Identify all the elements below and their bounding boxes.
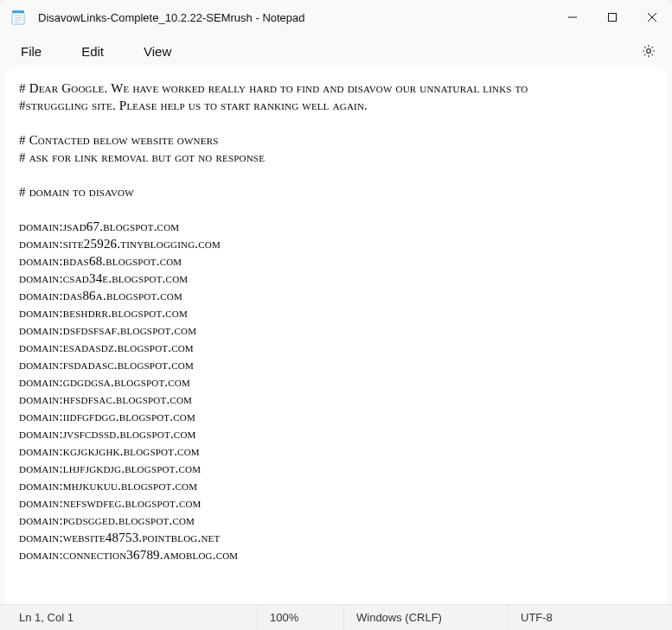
titlebar[interactable]: DisavowLinks-Complete_10.2.22-SEMrush - …	[0, 0, 672, 35]
status-lineending[interactable]: Windows (CRLF)	[344, 605, 509, 630]
menu-edit[interactable]: Edit	[69, 39, 116, 64]
status-zoom[interactable]: 100%	[258, 605, 344, 630]
text-line: domain:connection36789.amoblog.com	[19, 546, 653, 563]
window-controls	[553, 0, 672, 35]
text-line: domain:beshdrr.blogspot.com	[19, 304, 653, 321]
text-line: # ask for link removal but got no respon…	[19, 149, 653, 166]
text-line	[19, 166, 653, 183]
settings-button[interactable]	[634, 38, 663, 64]
statusbar: Ln 1, Col 1 100% Windows (CRLF) UTF-8	[0, 604, 672, 630]
text-line: domain:mhjkukuu.blogspot.com	[19, 477, 653, 494]
menubar: File Edit View	[0, 35, 672, 67]
text-line	[19, 114, 653, 131]
status-encoding[interactable]: UTF-8	[509, 605, 665, 630]
text-line: domain:dsfdsfsaf.blogspot.com	[19, 321, 653, 339]
editor-wrap: # Dear Google. We have worked really har…	[5, 67, 667, 604]
window-title: DisavowLinks-Complete_10.2.22-SEMrush - …	[38, 11, 553, 24]
menu-view[interactable]: View	[131, 39, 183, 64]
text-line: domain:pgdsgged.blogspot.com	[19, 512, 653, 529]
gear-icon	[641, 43, 656, 59]
text-line: domain:lhjfjgkdjg.blogspot.com	[19, 460, 653, 477]
text-line: # Contacted below website owners	[19, 131, 653, 149]
close-button[interactable]	[632, 0, 672, 35]
text-line: domain:esadasdz.blogspot.com	[19, 339, 653, 356]
maximize-button[interactable]	[592, 0, 632, 35]
text-line: domain:kgjgkjghk.blogspot.com	[19, 442, 653, 460]
svg-rect-1	[12, 13, 24, 24]
text-editor[interactable]: # Dear Google. We have worked really har…	[5, 67, 667, 604]
text-line: #struggling site. Please help us to star…	[19, 97, 653, 114]
menu-file[interactable]: File	[9, 39, 54, 64]
text-line: # domain to disavow	[19, 183, 653, 200]
text-line: domain:fsdadasc.blogspot.com	[19, 356, 653, 373]
text-line: domain:website48753.pointblog.net	[19, 529, 653, 546]
text-line: domain:csad34e.blogspot.com	[19, 270, 653, 287]
text-line: domain:iidfgfdgg.blogspot.com	[19, 408, 653, 425]
text-line: # Dear Google. We have worked really har…	[19, 80, 653, 97]
svg-point-10	[647, 49, 651, 54]
minimize-icon	[568, 13, 577, 22]
text-line: domain:gdgdgsa.blogspot.com	[19, 373, 653, 391]
text-line: domain:nefswdfeg.blogspot.com	[19, 494, 653, 512]
text-line: domain:site25926.tinyblogging.com	[19, 235, 653, 252]
text-line: domain:jvsfcdssd.blogspot.com	[19, 425, 653, 442]
notepad-window: DisavowLinks-Complete_10.2.22-SEMrush - …	[0, 0, 672, 630]
status-position[interactable]: Ln 1, Col 1	[7, 605, 258, 630]
text-line: domain:jsad67.blogspot.com	[19, 218, 653, 235]
text-line: domain:bdas68.blogspot.com	[19, 252, 653, 270]
close-icon	[648, 13, 656, 22]
text-line	[19, 200, 653, 218]
minimize-button[interactable]	[553, 0, 592, 35]
notepad-app-icon	[10, 10, 26, 25]
maximize-icon	[608, 13, 617, 22]
text-line: domain:hfsdfsac.blogspot.com	[19, 391, 653, 408]
svg-rect-7	[609, 14, 617, 22]
text-line: domain:das86a.blogspot.com	[19, 287, 653, 304]
